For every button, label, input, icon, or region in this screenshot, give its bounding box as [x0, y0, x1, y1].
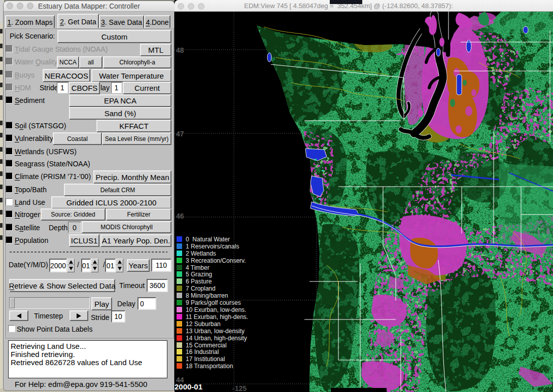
svg-text:13 Urban, low-density: 13 Urban, low-density: [186, 328, 245, 335]
svg-text:17 Institutional: 17 Institutional: [186, 355, 225, 363]
svg-text:47: 47: [176, 130, 184, 138]
svg-text:10 Exurban, low-dens.: 10 Exurban, low-dens.: [186, 306, 246, 313]
svg-text:14 Urban, high-density: 14 Urban, high-density: [186, 335, 247, 342]
svg-text:2 Wetlands: 2 Wetlands: [186, 250, 216, 257]
svg-text:16 Industrial: 16 Industrial: [186, 348, 219, 355]
svg-text:-125: -125: [232, 384, 247, 392]
svg-text:11 Exurban, high-dens.: 11 Exurban, high-dens.: [186, 313, 248, 320]
svg-text:5 Grazing: 5 Grazing: [186, 271, 212, 278]
svg-text:12 Suburban: 12 Suburban: [186, 320, 221, 328]
svg-text:46: 46: [176, 212, 184, 220]
svg-text:18 Transportation: 18 Transportation: [186, 363, 233, 370]
svg-text:6 Pasture: 6 Pasture: [186, 278, 212, 285]
svg-text:1 Reservoirs/canals: 1 Reservoirs/canals: [186, 243, 239, 250]
svg-text:4 Timber: 4 Timber: [186, 264, 210, 271]
svg-text:15 Commercial: 15 Commercial: [186, 342, 227, 349]
svg-text:3 Recreation/Conserv.: 3 Recreation/Conserv.: [186, 257, 246, 264]
svg-text:48: 48: [176, 46, 184, 54]
svg-text:9 Parks/golf courses: 9 Parks/golf courses: [186, 299, 241, 306]
svg-text:2000-01: 2000-01: [175, 382, 202, 391]
svg-text:0 Natural Water: 0 Natural Water: [186, 236, 230, 243]
svg-text:7 Cropland: 7 Cropland: [186, 285, 216, 292]
svg-text:8 Mining/barren: 8 Mining/barren: [186, 292, 228, 299]
